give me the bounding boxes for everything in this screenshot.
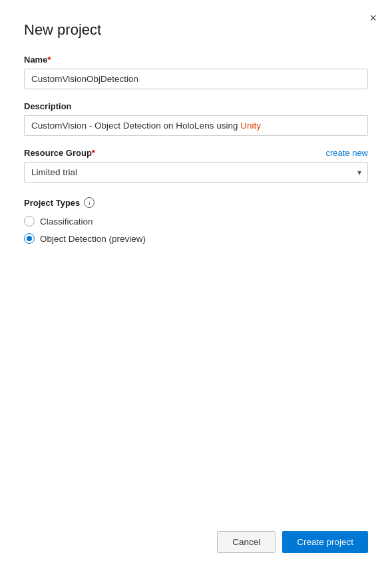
resource-group-select-wrapper: Limited trial ▾ [24,162,368,183]
name-field-group: Name* [24,55,368,89]
dialog-body: New project Name* Description CustomVisi… [0,0,392,520]
name-input[interactable] [24,69,368,89]
description-text-unity: Unity [240,121,261,131]
dialog-footer: Cancel Create project [0,520,392,569]
name-label: Name* [24,55,368,65]
description-input[interactable]: CustomVision - Object Detection on HoloL… [24,115,368,136]
resource-group-label: Resource Group* [24,148,95,158]
project-types-field-group: Project Types i Classification Object De… [24,195,368,244]
cancel-button[interactable]: Cancel [217,531,276,553]
project-types-header: Project Types i [24,197,368,208]
dialog-title: New project [24,21,368,39]
description-text-part1: CustomVision - Object Detection on HoloL… [31,121,240,131]
resource-group-field-group: Resource Group* create new Limited trial… [24,148,368,183]
project-types-label: Project Types [24,198,80,208]
radio-classification-label: Classification [40,217,93,227]
close-button[interactable]: × [366,11,380,25]
info-icon: i [84,197,95,208]
create-new-link[interactable]: create new [325,148,368,158]
create-project-button[interactable]: Create project [282,531,368,553]
project-types-radio-group: Classification Object Detection (preview… [24,216,368,244]
resource-group-header: Resource Group* create new [24,148,368,158]
radio-object-detection[interactable]: Object Detection (preview) [24,233,368,244]
new-project-dialog: × New project Name* Description CustomVi… [0,0,392,569]
radio-object-detection-input[interactable] [24,233,35,244]
description-label: Description [24,101,368,111]
radio-classification-input[interactable] [24,216,35,227]
resource-group-select[interactable]: Limited trial [24,162,368,183]
radio-object-detection-label: Object Detection (preview) [40,234,146,244]
description-field-group: Description CustomVision - Object Detect… [24,101,368,136]
radio-classification[interactable]: Classification [24,216,368,227]
